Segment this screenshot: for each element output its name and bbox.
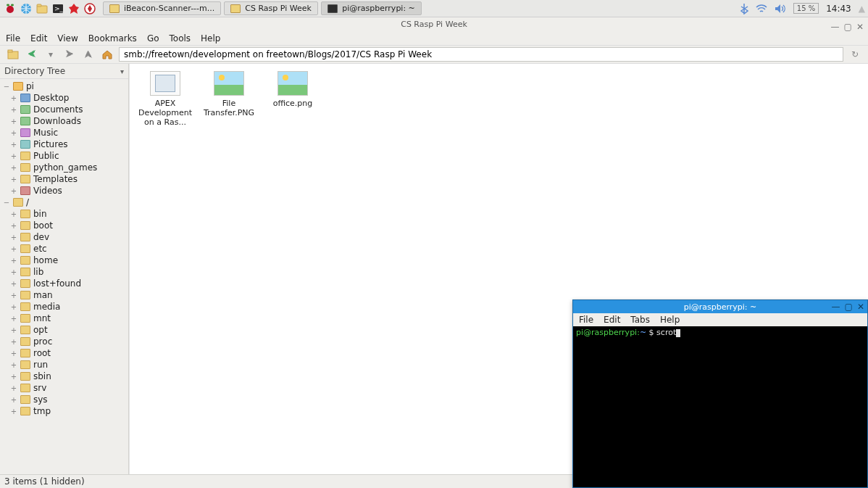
minimize-button[interactable]: — bbox=[831, 20, 840, 34]
file-item[interactable]: office.png bbox=[264, 71, 321, 108]
mathematica-icon[interactable] bbox=[67, 1, 81, 16]
expander-icon[interactable]: + bbox=[10, 361, 17, 369]
tree-item[interactable]: +Downloads bbox=[0, 115, 128, 127]
expander-icon[interactable]: + bbox=[10, 268, 17, 276]
expander-icon[interactable]: + bbox=[10, 152, 17, 160]
tree-item[interactable]: +mnt bbox=[0, 313, 128, 324]
tree-item[interactable]: +Templates bbox=[0, 173, 128, 185]
expander-icon[interactable]: + bbox=[10, 187, 17, 195]
tree-item[interactable]: +dev bbox=[0, 231, 128, 243]
tree-item[interactable]: +sbin bbox=[0, 371, 128, 382]
tree-item[interactable]: +media bbox=[0, 301, 128, 313]
tree-item[interactable]: +bin bbox=[0, 208, 128, 220]
menu-file[interactable]: File bbox=[6, 33, 20, 44]
task-button[interactable]: CS Rasp Pi Week bbox=[224, 1, 318, 15]
address-bar[interactable] bbox=[119, 47, 843, 62]
tree-item[interactable]: +home bbox=[0, 255, 128, 266]
nav-history-button[interactable]: ▾ bbox=[43, 48, 58, 61]
close-button[interactable]: ✕ bbox=[856, 20, 864, 34]
bluetooth-icon[interactable] bbox=[740, 3, 748, 15]
tree-item[interactable]: +tmp bbox=[0, 405, 128, 417]
tree-item[interactable]: +python_games bbox=[0, 162, 128, 173]
sidebar-header[interactable]: Directory Tree ▾ bbox=[0, 64, 128, 79]
task-button[interactable]: pi@raspberrypi: ~ bbox=[321, 1, 422, 15]
fm-titlebar[interactable]: CS Rasp Pi Week — ▢ ✕ bbox=[0, 17, 868, 32]
tree-item[interactable]: +srv bbox=[0, 382, 128, 394]
menu-file[interactable]: File bbox=[579, 315, 593, 325]
tree-item[interactable]: +lib bbox=[0, 266, 128, 278]
menu-help[interactable]: Help bbox=[660, 315, 680, 325]
wolfram-icon[interactable] bbox=[83, 1, 97, 16]
battery-indicator[interactable]: 15 % bbox=[793, 3, 819, 14]
menu-bookmarks[interactable]: Bookmarks bbox=[88, 33, 137, 44]
tree-item[interactable]: +root bbox=[0, 347, 128, 359]
tree-item[interactable]: +proc bbox=[0, 336, 128, 347]
expander-icon[interactable]: − bbox=[3, 83, 10, 91]
tree-item[interactable]: +Documents bbox=[0, 104, 128, 115]
expander-icon[interactable]: + bbox=[10, 373, 17, 381]
expander-icon[interactable]: + bbox=[10, 106, 17, 114]
menu-go[interactable]: Go bbox=[147, 33, 159, 44]
tree-item[interactable]: +boot bbox=[0, 220, 128, 231]
tree-root[interactable]: −/ bbox=[0, 197, 128, 208]
volume-icon[interactable] bbox=[775, 4, 786, 14]
tree-item[interactable]: +run bbox=[0, 359, 128, 371]
expander-icon[interactable]: + bbox=[10, 233, 17, 241]
expander-icon[interactable]: + bbox=[10, 164, 17, 172]
maximize-button[interactable]: ▢ bbox=[845, 302, 853, 312]
expander-icon[interactable]: + bbox=[10, 350, 17, 357]
menu-edit[interactable]: Edit bbox=[604, 315, 620, 325]
minimize-button[interactable]: — bbox=[832, 302, 840, 312]
maximize-button[interactable]: ▢ bbox=[844, 20, 852, 34]
file-item[interactable]: APEX Development on a Ras... bbox=[137, 71, 193, 127]
menu-help[interactable]: Help bbox=[201, 33, 220, 44]
expander-icon[interactable]: + bbox=[10, 291, 17, 299]
nav-back-button[interactable]: ⮜ bbox=[25, 48, 39, 61]
nav-forward-button[interactable]: ⮞ bbox=[62, 48, 77, 61]
go-button[interactable]: ↻ bbox=[848, 48, 862, 61]
wifi-icon[interactable] bbox=[756, 4, 767, 13]
menu-tabs[interactable]: Tabs bbox=[630, 315, 650, 325]
new-tab-button[interactable] bbox=[6, 48, 20, 61]
expander-icon[interactable]: + bbox=[10, 315, 17, 323]
expander-icon[interactable]: + bbox=[10, 408, 17, 415]
expander-icon[interactable]: + bbox=[10, 338, 17, 346]
chevron-down-icon[interactable]: ▾ bbox=[120, 67, 124, 75]
expander-icon[interactable]: + bbox=[10, 222, 17, 230]
directory-tree[interactable]: −pi+Desktop+Documents+Downloads+Music+Pi… bbox=[0, 79, 128, 474]
expander-icon[interactable]: + bbox=[10, 141, 17, 149]
expander-icon[interactable]: + bbox=[10, 396, 17, 404]
tree-item[interactable]: +Music bbox=[0, 127, 128, 138]
tree-item[interactable]: +sys bbox=[0, 394, 128, 405]
menu-edit[interactable]: Edit bbox=[30, 33, 47, 44]
terminal-icon[interactable]: >_ bbox=[51, 1, 65, 16]
expander-icon[interactable]: + bbox=[10, 210, 17, 218]
term-titlebar[interactable]: pi@raspberrypi: ~ — ▢ ✕ bbox=[573, 300, 867, 313]
close-button[interactable]: ✕ bbox=[857, 302, 864, 312]
expander-icon[interactable]: + bbox=[10, 326, 17, 334]
nav-home-button[interactable] bbox=[100, 48, 114, 61]
file-item[interactable]: File Transfer.PNG bbox=[201, 71, 257, 117]
nav-up-button[interactable]: ⮝ bbox=[81, 48, 96, 61]
file-manager-icon[interactable] bbox=[35, 1, 49, 16]
clock[interactable]: 14:43 bbox=[826, 4, 851, 14]
menu-raspberry-icon[interactable] bbox=[3, 1, 17, 16]
expander-icon[interactable]: + bbox=[10, 257, 17, 265]
expander-icon[interactable]: − bbox=[3, 199, 10, 207]
term-screen[interactable]: pi@raspberrypi:~ $ scrot bbox=[573, 326, 867, 487]
expander-icon[interactable]: + bbox=[10, 384, 17, 392]
tree-item[interactable]: +etc bbox=[0, 243, 128, 255]
menu-tools[interactable]: Tools bbox=[170, 33, 191, 44]
expander-icon[interactable]: + bbox=[10, 94, 17, 102]
expander-icon[interactable]: + bbox=[10, 303, 17, 311]
expander-icon[interactable]: + bbox=[10, 175, 17, 183]
tree-item[interactable]: +Videos bbox=[0, 185, 128, 197]
task-button[interactable]: iBeacon-Scanner---m... bbox=[103, 1, 221, 15]
tree-item[interactable]: +Desktop bbox=[0, 92, 128, 104]
menu-view[interactable]: View bbox=[57, 33, 78, 44]
expander-icon[interactable]: + bbox=[10, 280, 17, 288]
expander-icon[interactable]: + bbox=[10, 117, 17, 125]
tree-item[interactable]: +man bbox=[0, 289, 128, 301]
eject-icon[interactable]: ▲ bbox=[859, 4, 865, 14]
expander-icon[interactable]: + bbox=[10, 245, 17, 253]
